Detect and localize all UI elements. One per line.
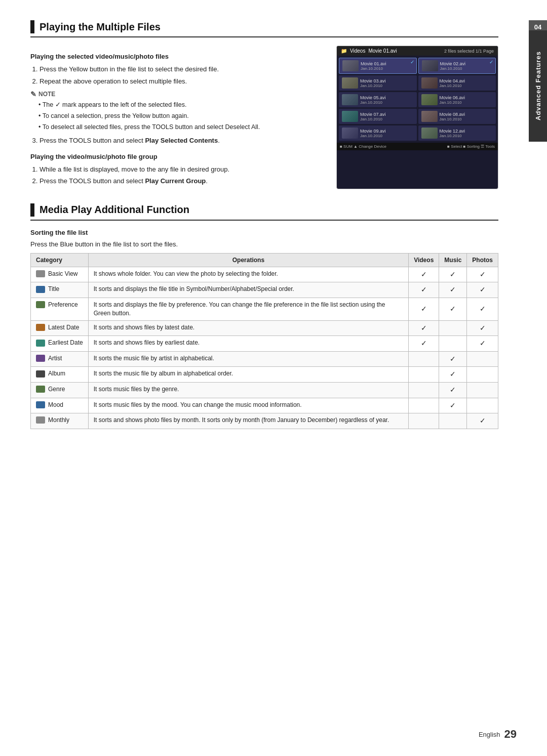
operations-cell-0: It shows whole folder. You can view the … bbox=[88, 267, 408, 282]
col-videos: Videos bbox=[409, 253, 439, 267]
note-item-3: To deselect all selected files, press th… bbox=[38, 122, 324, 132]
music-check-2: ✓ bbox=[439, 298, 467, 320]
note-item-1: The ✓ mark appears to the left of the se… bbox=[38, 100, 324, 110]
table-row: GenreIt sorts music files by the genre.✓ bbox=[31, 382, 498, 398]
music-check-3 bbox=[439, 320, 467, 336]
section2-title: Media Play Additional Function bbox=[40, 204, 189, 216]
panel-footer: ■ SUM ▲ Change Device ■ Select ■ Sorting… bbox=[337, 143, 498, 150]
panel-file-name: Movie 01.avi bbox=[368, 48, 397, 54]
panel-header-right: 2 files selected 1/1 Page bbox=[444, 49, 494, 54]
operations-cell-3: It sorts and shows files by latest date. bbox=[88, 320, 408, 336]
section2: Media Play Additional Function Sorting t… bbox=[30, 203, 498, 429]
panel-body: Movie 01.avi Jan.10.2010 ✓ Movie 02.avi … bbox=[337, 56, 498, 143]
panel-thumb-4 bbox=[342, 94, 358, 105]
music-check-6: ✓ bbox=[439, 367, 467, 383]
category-cell-9: Monthly bbox=[31, 413, 89, 429]
panel-cell-info-2: Movie 03.avi Jan.10.2010 bbox=[360, 78, 414, 88]
note-box: ✎ NOTE The ✓ mark appears to the left of… bbox=[30, 90, 324, 132]
music-check-8: ✓ bbox=[439, 398, 467, 413]
panel-grid: Movie 01.avi Jan.10.2010 ✓ Movie 02.avi … bbox=[339, 58, 496, 141]
category-cell-4: Earliest Date bbox=[31, 336, 89, 352]
music-check-9 bbox=[439, 413, 467, 429]
panel-thumb-7 bbox=[421, 111, 438, 122]
sub2-steps: While a file list is displayed, move to … bbox=[40, 164, 324, 186]
videos-check-8 bbox=[409, 398, 439, 413]
sub1-heading: Playing the selected video/music/photo f… bbox=[30, 53, 324, 60]
photos-check-0: ✓ bbox=[467, 267, 498, 282]
category-cell-7: Genre bbox=[31, 382, 89, 398]
section2-heading: Media Play Additional Function bbox=[30, 203, 498, 221]
section1-content: Playing the selected video/music/photo f… bbox=[30, 46, 498, 189]
operations-cell-6: It sorts the music file by album in alph… bbox=[88, 367, 408, 383]
music-check-7: ✓ bbox=[439, 382, 467, 398]
note-list: The ✓ mark appears to the left of the se… bbox=[38, 100, 324, 132]
sub1-step1: Press the Yellow button in the file list… bbox=[40, 64, 324, 74]
table-row: Earliest DateIt sorts and shows files by… bbox=[31, 336, 498, 352]
panel-cell-info-4: Movie 05.avi Jan.10.2010 bbox=[360, 95, 414, 105]
videos-check-4: ✓ bbox=[409, 336, 439, 352]
panel-thumb-3 bbox=[421, 77, 438, 89]
sub1-step3-list: Press the TOOLS button and select Play S… bbox=[40, 136, 324, 146]
videos-check-6 bbox=[409, 367, 439, 383]
music-check-5: ✓ bbox=[439, 351, 467, 367]
panel-cell-4: Movie 05.avi Jan.10.2010 bbox=[339, 92, 417, 107]
col-music: Music bbox=[439, 253, 467, 267]
videos-check-0: ✓ bbox=[409, 267, 439, 282]
page-number: 29 bbox=[504, 728, 517, 741]
section1-heading: Playing the Multiple Files bbox=[30, 20, 498, 37]
videos-check-9 bbox=[409, 413, 439, 429]
panel-icon: 📁 bbox=[341, 48, 347, 54]
col-photos: Photos bbox=[467, 253, 498, 267]
photos-check-4: ✓ bbox=[467, 336, 498, 352]
panel-thumb-5 bbox=[421, 94, 438, 105]
panel-footer-left: ■ SUM ▲ Change Device bbox=[340, 144, 386, 149]
panel-cell-9: Movie 12.avi Jan.10.2010 bbox=[418, 125, 496, 141]
section1-title: Playing the Multiple Files bbox=[40, 21, 161, 33]
section2-bar bbox=[30, 203, 34, 217]
music-check-0: ✓ bbox=[439, 267, 467, 282]
video-panel: 📁 Videos Movie 01.avi 2 files selected 1… bbox=[336, 46, 498, 189]
operations-cell-1: It sorts and displays the file title in … bbox=[88, 282, 408, 298]
side-tab-label: Advanced Features bbox=[529, 30, 547, 142]
note-item-2: To cancel a selection, press the Yellow … bbox=[38, 111, 324, 121]
panel-cell-7: Movie 08.avi Jan.10.2010 bbox=[418, 109, 496, 124]
panel-cell-2: Movie 03.avi Jan.10.2010 bbox=[339, 75, 417, 91]
category-cell-3: Latest Date bbox=[31, 320, 89, 336]
panel-cell-3: Movie 04.avi Jan.10.2010 bbox=[418, 75, 496, 91]
sorting-description: Press the Blue button in the file list t… bbox=[30, 240, 498, 248]
panel-cell-0: Movie 01.avi Jan.10.2010 ✓ bbox=[339, 58, 417, 74]
panel-thumb-0 bbox=[342, 60, 359, 71]
panel-thumb-8 bbox=[342, 128, 358, 139]
photos-check-5 bbox=[467, 351, 498, 367]
panel-thumb-2 bbox=[342, 77, 358, 89]
section1-bar bbox=[30, 20, 34, 33]
col-category: Category bbox=[31, 253, 89, 267]
sub1-step2: Repeat the above operation to select mul… bbox=[40, 76, 324, 87]
panel-cell-info-9: Movie 12.avi Jan.10.2010 bbox=[440, 129, 493, 138]
videos-check-3: ✓ bbox=[409, 320, 439, 336]
language-label: English bbox=[479, 731, 500, 738]
table-row: TitleIt sorts and displays the file titl… bbox=[31, 282, 498, 298]
photos-check-7 bbox=[467, 382, 498, 398]
videos-check-5 bbox=[409, 351, 439, 367]
sort-table: Category Operations Videos Music Photos … bbox=[30, 253, 498, 429]
table-row: AlbumIt sorts the music file by album in… bbox=[31, 367, 498, 383]
panel-cell-info-3: Movie 04.avi Jan.10.2010 bbox=[440, 78, 493, 88]
category-cell-5: Artist bbox=[31, 351, 89, 367]
panel-cell-8: Movie 09.avi Jan.10.2010 bbox=[339, 125, 417, 141]
panel-check-1: ✓ bbox=[489, 59, 493, 65]
panel-thumb-9 bbox=[421, 128, 438, 139]
panel-footer-right: ■ Select ■ Sorting ☰ Tools bbox=[447, 144, 495, 149]
sub2-step1: While a file list is displayed, move to … bbox=[40, 164, 324, 175]
panel-cell-info-5: Movie 06.avi Jan.10.2010 bbox=[440, 95, 493, 105]
category-cell-6: Album bbox=[31, 367, 89, 383]
panel-thumb-6 bbox=[342, 111, 358, 122]
table-row: ArtistIt sorts the music file by artist … bbox=[31, 351, 498, 367]
panel-section-label: Videos bbox=[350, 48, 365, 54]
sub1-step3: Press the TOOLS button and select Play S… bbox=[40, 136, 324, 146]
section1-text: Playing the selected video/music/photo f… bbox=[30, 46, 324, 189]
note-icon: ✎ bbox=[30, 90, 36, 98]
panel-cell-info-8: Movie 09.avi Jan.10.2010 bbox=[360, 129, 414, 138]
panel-header: 📁 Videos Movie 01.avi 2 files selected 1… bbox=[337, 46, 498, 56]
sorting-heading: Sorting the file list bbox=[30, 229, 498, 236]
